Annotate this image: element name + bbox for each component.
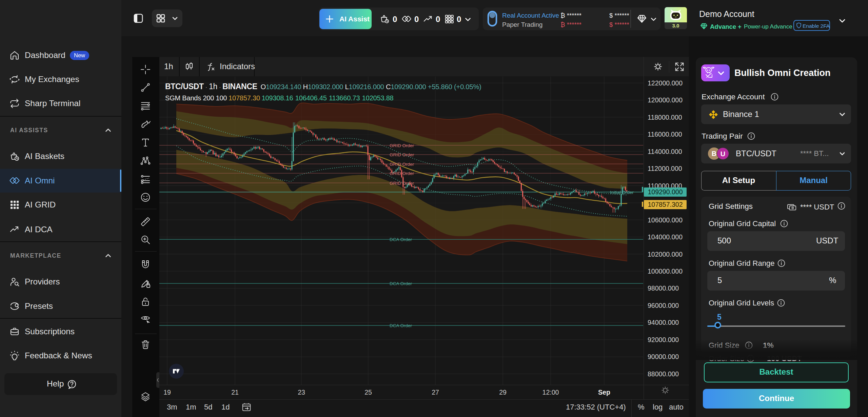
svg-text:GRID Order: GRID Order (390, 181, 414, 186)
svg-text:GRID Order: GRID Order (390, 162, 414, 167)
svg-text:DCA Order: DCA Order (390, 237, 412, 242)
svg-text:Initial Order: Initial Order (610, 190, 634, 195)
svg-text:GRID Order: GRID Order (390, 171, 414, 176)
svg-text:GRID Order: GRID Order (390, 152, 414, 157)
svg-text:DCA Order: DCA Order (390, 281, 412, 286)
svg-text:GRID Order: GRID Order (390, 143, 414, 148)
svg-text:DCA Order: DCA Order (390, 323, 412, 328)
